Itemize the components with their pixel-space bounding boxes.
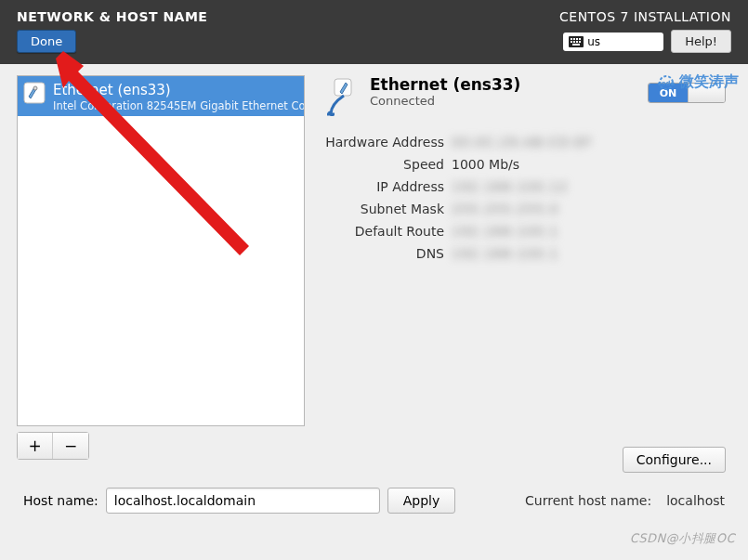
current-hostname-value: localhost: [666, 493, 725, 508]
interface-row-subtitle: Intel Corporation 82545EM Gigabit Ethern…: [53, 99, 296, 112]
topbar-left: NETWORK & HOST NAME Done: [17, 9, 207, 53]
ip-address-label: IP Address: [322, 179, 452, 194]
nic-large-icon: [322, 77, 361, 116]
add-remove-toolbar: + −: [17, 432, 89, 460]
interface-status: Connected: [370, 94, 520, 108]
interface-detail-column: Ethernet (ens33) Connected ON Hardware A…: [305, 75, 731, 460]
svg-rect-4: [579, 38, 581, 40]
interface-list[interactable]: Ethernet (ens33) Intel Corporation 82545…: [17, 75, 305, 426]
topbar-right: CENTOS 7 INSTALLATION us Help!: [559, 9, 731, 53]
apply-hostname-button[interactable]: Apply: [387, 488, 456, 514]
subnet-mask-value: 255.255.255.0: [452, 202, 558, 216]
keyboard-icon: [569, 36, 584, 47]
current-hostname-label: Current host name:: [525, 493, 651, 508]
nic-icon: [23, 82, 46, 104]
ip-address-value: 192.168.100.12: [452, 179, 568, 194]
default-route-label: Default Route: [322, 224, 452, 239]
hw-address-label: Hardware Address: [322, 135, 452, 150]
svg-rect-3: [576, 38, 578, 40]
svg-point-11: [33, 86, 37, 90]
svg-rect-9: [572, 44, 580, 46]
default-route-value: 192.168.100.1: [452, 224, 558, 239]
svg-rect-7: [576, 41, 578, 43]
watermark-icon: code: [657, 73, 676, 92]
interface-properties: Hardware Address00:0C:29:AB:CD:EF Speed1…: [322, 135, 731, 261]
help-button[interactable]: Help!: [671, 30, 731, 53]
svg-rect-1: [571, 38, 572, 40]
add-interface-button[interactable]: +: [18, 433, 53, 459]
watermark-top: code 微笑涛声: [657, 72, 739, 92]
svg-rect-8: [579, 41, 581, 43]
svg-rect-2: [573, 38, 575, 40]
speed-label: Speed: [322, 157, 452, 172]
interface-list-column: Ethernet (ens33) Intel Corporation 82545…: [17, 75, 305, 460]
content: Ethernet (ens33) Intel Corporation 82545…: [0, 64, 748, 460]
remove-interface-button[interactable]: −: [53, 433, 88, 459]
svg-rect-6: [573, 41, 575, 43]
interface-row-title: Ethernet (ens33): [53, 82, 296, 99]
interface-row-ens33[interactable]: Ethernet (ens33) Intel Corporation 82545…: [18, 76, 304, 116]
svg-rect-5: [571, 41, 572, 43]
dns-label: DNS: [322, 246, 452, 261]
hw-address-value: 00:0C:29:AB:CD:EF: [452, 135, 593, 150]
interface-name: Ethernet (ens33): [370, 75, 520, 94]
watermark-bottom: CSDN@小抖腿OC: [630, 530, 735, 547]
done-button[interactable]: Done: [17, 30, 76, 53]
keyboard-layout-text: us: [587, 35, 600, 48]
speed-value: 1000 Mb/s: [452, 157, 519, 172]
keyboard-layout-indicator[interactable]: us: [563, 33, 663, 51]
subnet-mask-label: Subnet Mask: [322, 202, 452, 216]
topbar: NETWORK & HOST NAME Done CENTOS 7 INSTAL…: [0, 0, 748, 64]
hostname-label: Host name:: [23, 493, 98, 508]
hostname-input[interactable]: [106, 488, 380, 514]
page-title: NETWORK & HOST NAME: [17, 9, 207, 24]
svg-text:code: code: [658, 80, 676, 87]
dns-value: 192.168.100.1: [452, 246, 558, 261]
configure-button[interactable]: Configure...: [623, 447, 726, 473]
hostname-row: Host name: Apply Current host name: loca…: [23, 488, 725, 514]
installation-label: CENTOS 7 INSTALLATION: [559, 9, 731, 24]
